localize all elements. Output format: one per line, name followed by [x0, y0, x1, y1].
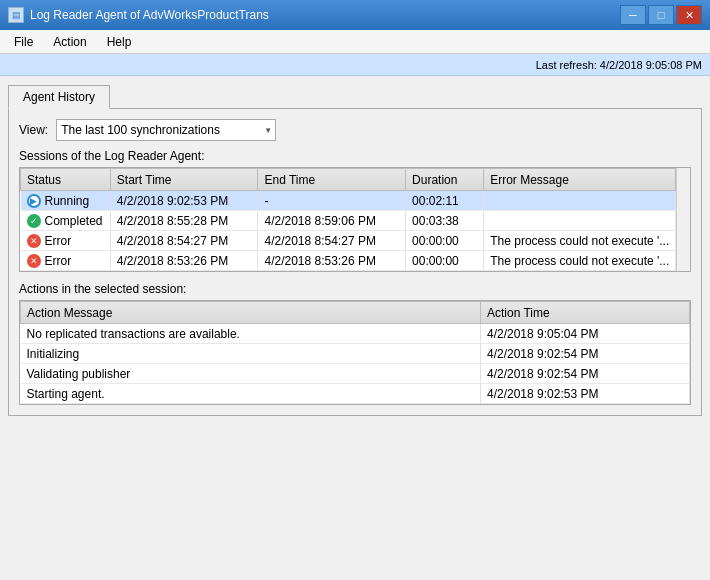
close-button[interactable]: ✕ — [676, 5, 702, 25]
col-status: Status — [21, 169, 111, 191]
menu-action[interactable]: Action — [43, 33, 96, 51]
title-bar: ▤ Log Reader Agent of AdvWorksProductTra… — [0, 0, 710, 30]
view-row: View: The last 100 synchronizations The … — [19, 119, 691, 141]
session-end-time: 4/2/2018 8:53:26 PM — [258, 251, 406, 271]
action-time: 4/2/2018 9:05:04 PM — [481, 324, 690, 344]
col-action-message: Action Message — [21, 302, 481, 324]
col-end-time: End Time — [258, 169, 406, 191]
menu-file[interactable]: File — [4, 33, 43, 51]
action-time: 4/2/2018 9:02:54 PM — [481, 364, 690, 384]
menu-help[interactable]: Help — [97, 33, 142, 51]
session-status-text: Completed — [45, 214, 103, 228]
last-refresh-text: Last refresh: 4/2/2018 9:05:08 PM — [536, 59, 702, 71]
actions-table-row[interactable]: Initializing4/2/2018 9:02:54 PM — [21, 344, 690, 364]
sessions-table: Status Start Time End Time Duration Erro… — [20, 168, 676, 271]
sessions-table-row[interactable]: ✕Error4/2/2018 8:53:26 PM4/2/2018 8:53:2… — [21, 251, 676, 271]
status-icon-running: ▶ — [27, 194, 41, 208]
session-duration: 00:00:00 — [406, 231, 484, 251]
action-message: Starting agent. — [21, 384, 481, 404]
status-icon-error: ✕ — [27, 254, 41, 268]
actions-section-label: Actions in the selected session: — [19, 282, 691, 296]
session-start-time: 4/2/2018 8:53:26 PM — [110, 251, 258, 271]
maximize-button[interactable]: □ — [648, 5, 674, 25]
title-bar-left: ▤ Log Reader Agent of AdvWorksProductTra… — [8, 7, 269, 23]
action-time: 4/2/2018 9:02:53 PM — [481, 384, 690, 404]
session-status-text: Error — [45, 254, 72, 268]
minimize-button[interactable]: ─ — [620, 5, 646, 25]
action-time: 4/2/2018 9:02:54 PM — [481, 344, 690, 364]
session-status-cell: ▶Running — [21, 191, 111, 211]
actions-table-row[interactable]: No replicated transactions are available… — [21, 324, 690, 344]
tab-agent-history[interactable]: Agent History — [8, 85, 110, 109]
actions-table-row[interactable]: Validating publisher4/2/2018 9:02:54 PM — [21, 364, 690, 384]
sessions-table-row[interactable]: ✓Completed4/2/2018 8:55:28 PM4/2/2018 8:… — [21, 211, 676, 231]
action-message: Initializing — [21, 344, 481, 364]
action-message: Validating publisher — [21, 364, 481, 384]
view-select[interactable]: The last 100 synchronizations The last 5… — [56, 119, 276, 141]
sessions-table-row[interactable]: ▶Running4/2/2018 9:02:53 PM-00:02:11 — [21, 191, 676, 211]
sessions-table-container: Status Start Time End Time Duration Erro… — [19, 167, 691, 272]
session-end-time: 4/2/2018 8:54:27 PM — [258, 231, 406, 251]
session-end-time: 4/2/2018 8:59:06 PM — [258, 211, 406, 231]
session-error-message — [484, 191, 676, 211]
session-duration: 00:00:00 — [406, 251, 484, 271]
actions-table-row[interactable]: Starting agent.4/2/2018 9:02:53 PM — [21, 384, 690, 404]
col-action-time: Action Time — [481, 302, 690, 324]
session-duration: 00:02:11 — [406, 191, 484, 211]
session-error-message — [484, 211, 676, 231]
menu-bar: File Action Help — [0, 30, 710, 54]
session-status-text: Error — [45, 234, 72, 248]
view-label: View: — [19, 123, 48, 137]
sessions-scrollbar[interactable] — [676, 168, 690, 271]
app-icon: ▤ — [8, 7, 24, 23]
tab-strip: Agent History — [8, 84, 702, 108]
session-error-message: The process could not execute '... — [484, 231, 676, 251]
sessions-table-row[interactable]: ✕Error4/2/2018 8:54:27 PM4/2/2018 8:54:2… — [21, 231, 676, 251]
title-bar-controls: ─ □ ✕ — [620, 5, 702, 25]
session-start-time: 4/2/2018 9:02:53 PM — [110, 191, 258, 211]
session-start-time: 4/2/2018 8:54:27 PM — [110, 231, 258, 251]
main-content: Agent History View: The last 100 synchro… — [0, 76, 710, 580]
session-status-cell: ✕Error — [21, 231, 111, 251]
actions-table: Action Message Action Time No replicated… — [20, 301, 690, 404]
col-error-message: Error Message — [484, 169, 676, 191]
action-message: No replicated transactions are available… — [21, 324, 481, 344]
tab-panel: View: The last 100 synchronizations The … — [8, 108, 702, 416]
window-title: Log Reader Agent of AdvWorksProductTrans — [30, 8, 269, 22]
actions-table-container: Action Message Action Time No replicated… — [19, 300, 691, 405]
session-error-message: The process could not execute '... — [484, 251, 676, 271]
col-duration: Duration — [406, 169, 484, 191]
session-status-text: Running — [45, 194, 90, 208]
session-status-cell: ✓Completed — [21, 211, 111, 231]
sessions-section-label: Sessions of the Log Reader Agent: — [19, 149, 691, 163]
session-status-cell: ✕Error — [21, 251, 111, 271]
session-end-time: - — [258, 191, 406, 211]
view-select-wrapper[interactable]: The last 100 synchronizations The last 5… — [56, 119, 276, 141]
status-icon-error: ✕ — [27, 234, 41, 248]
col-start-time: Start Time — [110, 169, 258, 191]
session-start-time: 4/2/2018 8:55:28 PM — [110, 211, 258, 231]
status-bar: Last refresh: 4/2/2018 9:05:08 PM — [0, 54, 710, 76]
session-duration: 00:03:38 — [406, 211, 484, 231]
status-icon-completed: ✓ — [27, 214, 41, 228]
